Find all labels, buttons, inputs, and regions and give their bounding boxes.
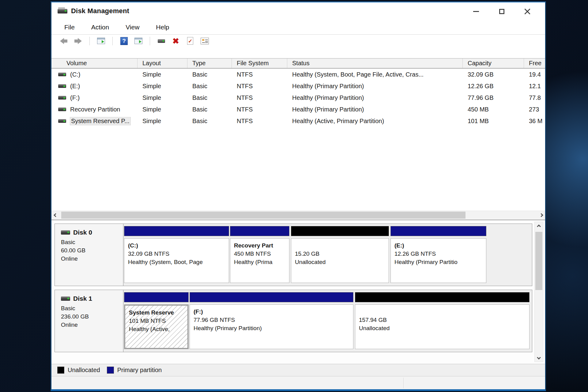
legend-item-primary-partition: Primary partition [107, 367, 162, 374]
maximize-button[interactable] [489, 4, 514, 18]
partition-status: Healthy (System, Boot, Page [128, 258, 225, 266]
properties-button[interactable] [200, 36, 209, 46]
partition-size: 450 MB NTFS [234, 250, 285, 258]
vertical-scrollbar-thumb[interactable] [535, 232, 542, 290]
disk-size: 236.00 GB [61, 312, 123, 321]
horizontal-scrollbar-thumb[interactable] [61, 212, 466, 219]
table-header-row: Volume Layout Type File System Status Ca… [51, 58, 545, 69]
column-header-file-system[interactable]: File System [232, 58, 287, 68]
column-header-type[interactable]: Type [187, 58, 232, 68]
disk-status: Online [61, 254, 123, 263]
title-bar: Disk Management [51, 2, 545, 20]
disk-row-0: Disk 0 Basic 60.00 GB Online (C:) 32.09 … [55, 224, 532, 286]
refresh-disk-button[interactable] [156, 36, 166, 46]
close-button[interactable] [514, 4, 540, 18]
scroll-left-button[interactable] [51, 211, 59, 219]
column-header-capacity[interactable]: Capacity [463, 58, 524, 68]
scroll-down-button[interactable] [535, 353, 543, 362]
table-row[interactable]: Recovery Partition Simple Basic NTFS Hea… [51, 104, 545, 115]
disk1-info-panel[interactable]: Disk 1 Basic 236.00 GB Online [55, 290, 123, 352]
disk-management-window: Disk Management File Action View Help ? [51, 2, 546, 391]
partition-title: (C:) [128, 241, 225, 250]
volume-type: Basic [187, 69, 232, 80]
table-row[interactable]: (C:) Simple Basic NTFS Healthy (System, … [51, 69, 545, 80]
check-document-icon: ✓ [187, 37, 193, 45]
mark-partition-button[interactable]: ✓ [185, 36, 195, 46]
volume-capacity: 450 MB [463, 104, 524, 115]
close-icon [524, 8, 531, 15]
partition-color-bar [124, 226, 229, 236]
show-action-pane-button[interactable] [134, 36, 143, 46]
chevron-right-icon [539, 213, 543, 217]
partition-unallocated-disk0[interactable]: 15.20 GB Unallocated [291, 226, 389, 283]
volume-free: 273 [524, 104, 545, 115]
volume-status: Healthy (Active, Primary Partition) [287, 115, 463, 127]
partition-color-bar [355, 292, 530, 302]
disk-icon [61, 230, 70, 235]
scroll-right-button[interactable] [537, 211, 545, 219]
delete-volume-button[interactable]: ✖ [171, 36, 181, 46]
partition-system-reserved[interactable]: System Reserve 101 MB NTFS Healthy (Acti… [124, 292, 189, 349]
help-button[interactable]: ? [119, 36, 129, 46]
menu-bar: File Action View Help [51, 20, 545, 34]
volume-status: Healthy (System, Boot, Page File, Active… [287, 69, 463, 80]
partition-status: Unallocated [295, 258, 385, 266]
partition-f[interactable]: (F:) 77.96 GB NTFS Healthy (Primary Part… [190, 292, 353, 349]
menu-view[interactable]: View [126, 24, 139, 31]
horizontal-scrollbar[interactable] [51, 211, 545, 219]
disk-icon [158, 39, 165, 43]
disk-name: Disk 1 [73, 295, 92, 302]
volume-type: Basic [187, 80, 232, 92]
menu-help[interactable]: Help [156, 24, 169, 31]
volume-type: Basic [187, 115, 232, 127]
partition-color-bar [291, 226, 389, 236]
legend-label: Unallocated [68, 367, 100, 374]
vertical-scrollbar[interactable] [534, 222, 543, 362]
back-button[interactable] [59, 36, 69, 46]
toolbar: ? ✖ ✓ [51, 34, 545, 47]
volume-list-pane: Volume Layout Type File System Status Ca… [51, 58, 545, 219]
show-console-tree-button[interactable] [96, 36, 106, 46]
disk-kind: Basic [61, 304, 123, 312]
partition-recovery[interactable]: Recovery Part 450 MB NTFS Healthy (Prima [230, 226, 289, 283]
volume-capacity: 32.09 GB [463, 69, 524, 80]
column-header-layout[interactable]: Layout [138, 58, 187, 68]
column-header-volume[interactable]: Volume [51, 58, 138, 68]
partition-c[interactable]: (C:) 32.09 GB NTFS Healthy (System, Boot… [124, 226, 229, 283]
unallocated-color-swatch [57, 367, 64, 374]
disk-row-1: Disk 1 Basic 236.00 GB Online System Res… [55, 290, 532, 352]
red-x-icon: ✖ [172, 37, 179, 45]
minimize-button[interactable] [463, 4, 489, 18]
volume-drive-icon [58, 73, 66, 76]
partition-size: 77.96 GB NTFS [194, 316, 349, 324]
chevron-left-icon [54, 213, 58, 217]
table-row[interactable]: (E:) Simple Basic NTFS Healthy (Primary … [51, 80, 545, 92]
forward-arrow-icon [74, 38, 82, 44]
partition-e[interactable]: (E:) 12.26 GB NTFS Healthy (Primary Part… [390, 226, 486, 283]
volume-drive-icon [58, 96, 66, 100]
disk-kind: Basic [61, 238, 123, 246]
menu-action[interactable]: Action [91, 24, 109, 31]
partition-unallocated-disk1[interactable]: 157.94 GB Unallocated [355, 292, 530, 349]
disk-icon [61, 296, 70, 301]
partition-title: (F:) [194, 307, 349, 316]
forward-button[interactable] [73, 36, 83, 46]
disk0-info-panel[interactable]: Disk 0 Basic 60.00 GB Online [55, 224, 123, 286]
toolbar-separator [150, 37, 150, 45]
app-disk-icon [58, 9, 67, 13]
volume-status: Healthy (Primary Partition) [287, 104, 463, 115]
table-row[interactable]: System Reserved P... Simple Basic NTFS H… [51, 115, 545, 127]
partition-color-bar [124, 292, 189, 302]
console-window-icon [97, 38, 105, 44]
table-row[interactable]: (F:) Simple Basic NTFS Healthy (Primary … [51, 92, 545, 104]
column-header-status[interactable]: Status [287, 58, 463, 68]
partition-size: 15.20 GB [295, 250, 385, 258]
partition-title: (E:) [394, 241, 482, 250]
partition-color-bar [190, 292, 353, 302]
scroll-up-button[interactable] [535, 222, 543, 231]
volume-status: Healthy (Primary Partition) [287, 92, 463, 104]
menu-file[interactable]: File [64, 24, 75, 31]
column-header-free[interactable]: Free [524, 58, 545, 68]
volume-name: (E:) [70, 83, 80, 90]
window-title: Disk Management [71, 7, 129, 15]
